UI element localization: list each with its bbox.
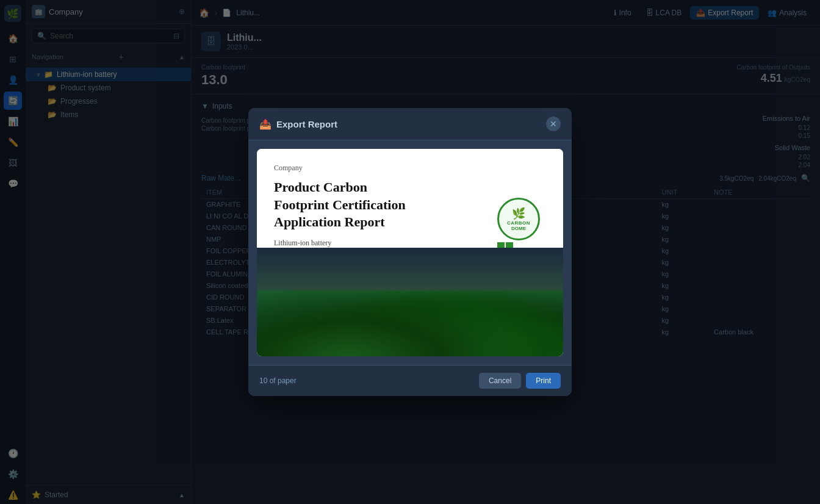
- footer-buttons: Cancel Print: [479, 373, 561, 389]
- forest-sky: [257, 248, 563, 290]
- modal-close-button[interactable]: ✕: [546, 117, 561, 131]
- cancel-button[interactable]: Cancel: [479, 373, 521, 389]
- report-title-line3: Application Report: [274, 214, 385, 229]
- report-white-section: Company Product Carbon Footprint Certifi…: [257, 149, 563, 248]
- badge-dome-text: DOME: [511, 226, 526, 231]
- export-report-modal: 📤 Export Report ✕ Company Product Carbon…: [248, 108, 572, 396]
- badge-leaf-icon: 🌿: [512, 207, 525, 220]
- modal-title: Export Report: [276, 119, 541, 129]
- badge-carbon-text: CARBON: [507, 220, 530, 226]
- report-title-line2: Footprint Certification: [274, 197, 406, 212]
- modal-footer: 10 of paper Cancel Print: [248, 365, 572, 396]
- modal-header: 📤 Export Report ✕: [248, 108, 572, 140]
- print-button[interactable]: Print: [526, 373, 561, 389]
- report-title-line1: Product Carbon: [274, 179, 367, 195]
- modal-export-icon: 📤: [259, 118, 272, 130]
- carbon-dome-badge: 🌿 CARBON DOME: [497, 198, 546, 247]
- modal-body: Company Product Carbon Footprint Certifi…: [248, 149, 572, 356]
- page-count: 10 of paper: [259, 376, 297, 385]
- report-forest-image: [257, 248, 563, 356]
- badge-circle: 🌿 CARBON DOME: [497, 198, 540, 240]
- report-company: Company: [274, 164, 546, 173]
- report-preview: Company Product Carbon Footprint Certifi…: [257, 149, 563, 356]
- modal-overlay[interactable]: 📤 Export Report ✕ Company Product Carbon…: [0, 0, 820, 504]
